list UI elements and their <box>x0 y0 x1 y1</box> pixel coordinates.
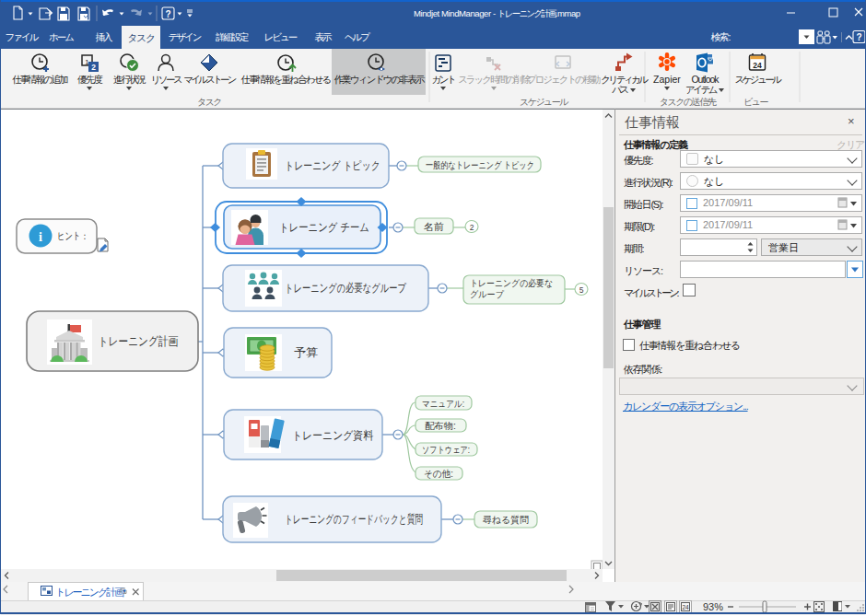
svg-text:一般的なトレーニング トピック: 一般的なトレーニング トピック <box>426 159 534 170</box>
svg-text:グループ: グループ <box>470 289 505 299</box>
svg-text:トレーニングの必要なグループ: トレーニングの必要なグループ <box>285 282 406 295</box>
svg-text:トレーニングの必要な: トレーニングの必要な <box>470 278 553 288</box>
svg-text:名前: 名前 <box>423 221 444 232</box>
svg-text:93%: 93% <box>703 601 723 612</box>
svg-text:予算: 予算 <box>294 346 319 359</box>
svg-text:トレーニングのフィードバックと質問: トレーニングのフィードバックと質問 <box>285 513 423 526</box>
svg-text:ヒント：: ヒント： <box>57 230 88 241</box>
svg-text:2: 2 <box>470 223 474 232</box>
svg-text:その他:: その他: <box>424 469 453 479</box>
svg-text:マニュアル:: マニュアル: <box>422 399 464 409</box>
svg-text:24: 24 <box>753 61 762 70</box>
svg-text:尋ねる質問: 尋ねる質問 <box>483 514 529 525</box>
svg-text:配布物:: 配布物: <box>425 421 456 431</box>
svg-text:5: 5 <box>579 285 584 295</box>
svg-text:i: i <box>39 230 42 244</box>
svg-text:トレーニング チーム: トレーニング チーム <box>279 221 369 234</box>
svg-text:?: ? <box>856 32 861 42</box>
svg-text:トレーニング資料: トレーニング資料 <box>292 429 373 442</box>
svg-text:?: ? <box>165 9 170 19</box>
svg-text:2: 2 <box>91 63 96 72</box>
svg-text:ソフトウェア:: ソフトウェア: <box>422 445 470 455</box>
svg-text:トレーニング計画: トレーニング計画 <box>99 334 179 348</box>
svg-text:トレーニング トピック: トレーニング トピック <box>285 159 380 172</box>
svg-text:24: 24 <box>682 604 689 610</box>
